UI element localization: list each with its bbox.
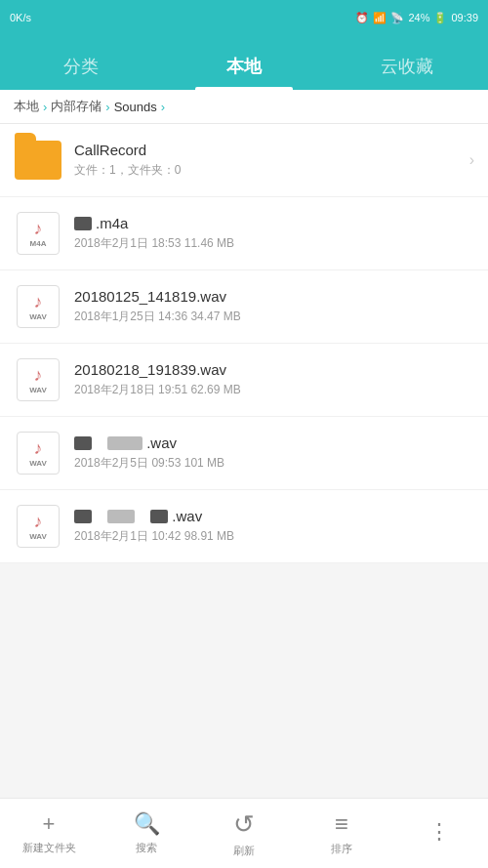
file-meta: 2018年2月5日 09:53 101 MB — [74, 455, 474, 472]
music-note-icon: ♪ — [34, 439, 43, 457]
file-meta: 2018年1月25日 14:36 34.47 MB — [74, 309, 474, 325]
file-info: .wav 2018年2月5日 09:53 101 MB — [74, 434, 474, 472]
refresh-button[interactable]: ↺ 刷新 — [195, 799, 293, 868]
audio-file-icon: ♪ WAV — [14, 282, 62, 331]
new-folder-button[interactable]: + 新建文件夹 — [0, 799, 98, 868]
tab-local[interactable]: 本地 — [163, 55, 326, 90]
search-button[interactable]: 🔍 搜索 — [98, 799, 195, 868]
tab-cloud[interactable]: 云收藏 — [325, 55, 488, 90]
breadcrumb-sounds[interactable]: Sounds — [114, 100, 157, 114]
list-item[interactable]: ♪ M4A .m4a 2018年2月1日 18:53 11.46 MB — [0, 197, 488, 270]
bottom-nav: + 新建文件夹 🔍 搜索 ↺ 刷新 ≡ 排序 ⋮ — [0, 798, 488, 868]
file-name: .wav — [74, 434, 474, 451]
redacted-block — [150, 510, 168, 523]
file-info: CallRecord 文件：1，文件夹：0 — [74, 142, 462, 179]
file-name: CallRecord — [74, 142, 462, 158]
status-icons: ⏰ 📶 📡 24% 🔋 09:39 — [355, 12, 478, 24]
list-item[interactable]: ♪ WAV .wav 2018年2月5日 09:53 101 MB — [0, 417, 488, 490]
file-name: .m4a — [74, 215, 474, 231]
list-item[interactable]: ♪ WAV 20180125_141819.wav 2018年1月25日 14:… — [0, 270, 488, 344]
battery-text: 24% — [408, 12, 429, 23]
sort-button[interactable]: ≡ 排序 — [293, 799, 390, 868]
battery-icon: 🔋 — [433, 12, 447, 24]
list-item[interactable]: CallRecord 文件：1，文件夹：0 › — [0, 124, 488, 197]
chevron-right-icon: › — [469, 151, 474, 169]
folder-icon — [14, 136, 62, 185]
alarm-icon: ⏰ — [355, 12, 369, 24]
breadcrumb-sep-3: › — [161, 100, 165, 114]
file-meta: 2018年2月1日 18:53 11.46 MB — [74, 235, 474, 252]
audio-file-icon: ♪ WAV — [14, 502, 62, 551]
refresh-icon: ↺ — [233, 809, 255, 840]
file-info: .wav 2018年2月1日 10:42 98.91 MB — [74, 508, 474, 545]
breadcrumb: 本地 › 内部存储 › Sounds › — [0, 90, 488, 124]
file-meta: 文件：1，文件夹：0 — [74, 162, 462, 179]
breadcrumb-sep-1: › — [43, 100, 47, 114]
more-icon: ⋮ — [428, 819, 450, 845]
audio-file-icon: ♪ WAV — [14, 355, 62, 404]
sort-icon: ≡ — [335, 810, 348, 839]
file-info: 20180125_141819.wav 2018年1月25日 14:36 34.… — [74, 288, 474, 325]
redacted-block — [107, 510, 135, 523]
status-speed: 0K/s — [10, 12, 31, 23]
file-name: .wav — [74, 508, 474, 524]
music-note-icon: ♪ — [34, 513, 43, 530]
audio-file-icon: ♪ M4A — [14, 209, 62, 258]
plus-icon: + — [43, 811, 56, 837]
redacted-block — [74, 436, 92, 450]
tab-bar: 分类 本地 云收藏 — [0, 35, 488, 90]
tab-classify[interactable]: 分类 — [0, 55, 163, 90]
breadcrumb-sep-2: › — [105, 100, 109, 114]
file-name: 20180218_191839.wav — [74, 361, 474, 378]
file-info: 20180218_191839.wav 2018年2月18日 19:51 62.… — [74, 361, 474, 398]
file-list: CallRecord 文件：1，文件夹：0 › ♪ M4A .m4a 2018年… — [0, 124, 488, 799]
file-info: .m4a 2018年2月1日 18:53 11.46 MB — [74, 215, 474, 252]
music-note-icon: ♪ — [34, 293, 43, 310]
file-name: 20180125_141819.wav — [74, 288, 474, 305]
breadcrumb-internal[interactable]: 内部存储 — [51, 98, 102, 115]
more-button[interactable]: ⋮ — [390, 799, 488, 868]
status-bar: 0K/s ⏰ 📶 📡 24% 🔋 09:39 — [0, 0, 488, 35]
redacted-block — [74, 510, 92, 523]
file-meta: 2018年2月1日 10:42 98.91 MB — [74, 528, 474, 545]
wifi-icon: 📶 — [373, 12, 386, 24]
breadcrumb-local[interactable]: 本地 — [14, 98, 39, 115]
file-meta: 2018年2月18日 19:51 62.69 MB — [74, 382, 474, 398]
list-item[interactable]: ♪ WAV 20180218_191839.wav 2018年2月18日 19:… — [0, 344, 488, 417]
music-note-icon: ♪ — [34, 220, 43, 237]
redacted-block — [107, 436, 142, 450]
music-note-icon: ♪ — [34, 366, 43, 384]
clock: 09:39 — [451, 12, 478, 23]
audio-file-icon: ♪ WAV — [14, 429, 62, 477]
search-icon: 🔍 — [134, 811, 160, 837]
list-item[interactable]: ♪ WAV .wav 2018年2月1日 10:42 98.91 MB — [0, 490, 488, 563]
signal-icon: 📡 — [390, 12, 404, 24]
redacted-block — [74, 217, 92, 230]
